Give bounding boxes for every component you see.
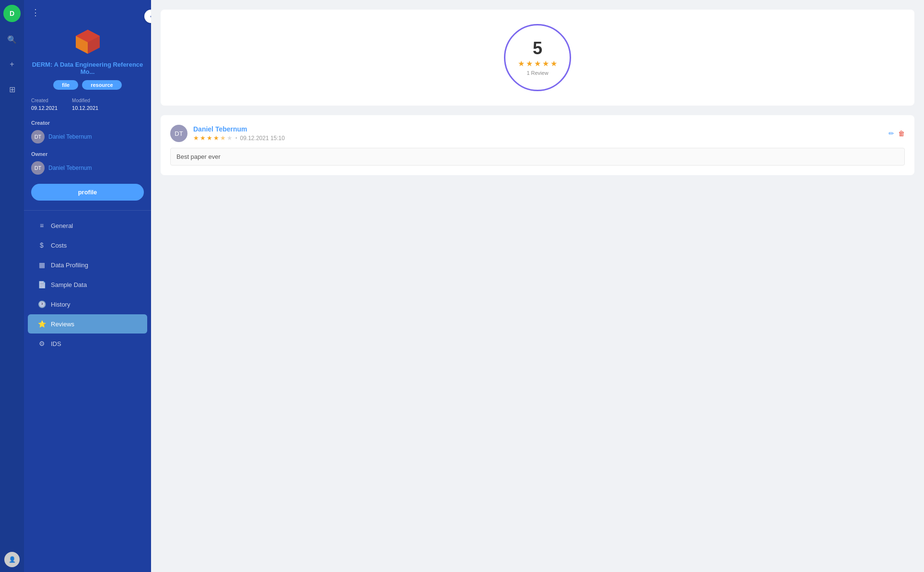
resource-title[interactable]: DERM: A Data Engineering Reference Mo... (24, 59, 151, 80)
rating-circle: 5 ★ ★ ★ ★ ★ 1 Review (504, 24, 571, 91)
sidebar-item-data-profiling[interactable]: ▦ Data Profiling (28, 255, 147, 274)
review-header: DT Daniel Tebernum ★★★★★★ • 09.12.2021 1… (170, 125, 905, 142)
reviewer-name-link[interactable]: Daniel Tebernum (193, 125, 285, 133)
resource-cube-icon (73, 27, 102, 56)
review-dot-separator: • (235, 135, 237, 141)
meta-dates-row: Created 09.12.2021 Modified 10.12.2021 (24, 95, 151, 114)
star-5: ★ (550, 59, 557, 68)
sidebar-item-sample-data[interactable]: 📄 Sample Data (28, 275, 147, 294)
reviewer-meta: ★★★★★★ • 09.12.2021 15:10 (193, 134, 285, 142)
reviewer-avatar: DT (170, 125, 187, 142)
review-left: DT Daniel Tebernum ★★★★★★ • 09.12.2021 1… (170, 125, 285, 142)
star-2: ★ (526, 59, 533, 68)
data-profiling-nav-icon: ▦ (37, 261, 46, 269)
sample-data-nav-label: Sample Data (51, 281, 87, 288)
app-logo: D (3, 5, 21, 22)
reviews-list: DT Daniel Tebernum ★★★★★★ • 09.12.2021 1… (161, 115, 914, 175)
cube-svg (73, 27, 102, 56)
creator-section-label: Creator (24, 114, 151, 128)
review-date: 09.12.2021 15:10 (240, 135, 285, 142)
grid-icon[interactable]: ⊞ (4, 82, 20, 97)
modified-label: Modified (72, 98, 98, 103)
rating-stars-row: ★ ★ ★ ★ ★ (518, 59, 557, 68)
profile-button[interactable]: profile (31, 184, 144, 201)
sidebar-divider (24, 210, 151, 211)
sidebar-item-history[interactable]: 🕐 History (28, 295, 147, 314)
collapse-sidebar-button[interactable]: ‹ (144, 10, 151, 23)
empty-star: ★ (227, 134, 233, 142)
review-stars: ★★★★★★ (193, 134, 233, 142)
costs-nav-label: Costs (51, 242, 67, 249)
filled-star: ★ (207, 134, 212, 142)
sidebar: ⋮ ‹ DERM: A Data Engineering Reference M… (24, 0, 151, 572)
owner-row: DT Daniel Tebernum (24, 159, 151, 177)
star-1: ★ (518, 59, 525, 68)
sidebar-nav: ≡ General $ Costs ▦ Data Profiling 📄 Sam… (24, 213, 151, 356)
review-card: DT Daniel Tebernum ★★★★★★ • 09.12.2021 1… (161, 115, 914, 175)
resource-tag-button[interactable]: resource (82, 80, 121, 90)
search-icon[interactable]: 🔍 (4, 32, 20, 47)
profile-button-wrap: profile (24, 177, 151, 208)
review-count-label: 1 Review (526, 70, 548, 76)
ids-nav-icon: ⚙ (37, 340, 46, 347)
sidebar-item-general[interactable]: ≡ General (28, 216, 147, 235)
owner-avatar: DT (31, 161, 45, 175)
star-4: ★ (542, 59, 549, 68)
reviewer-info: Daniel Tebernum ★★★★★★ • 09.12.2021 15:1… (193, 125, 285, 142)
filled-star: ★ (200, 134, 206, 142)
icon-bar: D 🔍 + ⊞ 👤 (0, 0, 24, 572)
sidebar-header: ⋮ ‹ (24, 0, 151, 23)
creator-avatar: DT (31, 130, 45, 143)
half-star: ★ (220, 134, 226, 142)
sidebar-item-reviews[interactable]: ⭐ Reviews (28, 314, 147, 334)
owner-name-link[interactable]: Daniel Tebernum (48, 165, 92, 171)
modified-value: 10.12.2021 (72, 105, 98, 111)
created-label: Created (31, 98, 58, 103)
resource-icon-container (24, 23, 151, 59)
created-meta: Created 09.12.2021 (31, 98, 58, 112)
owner-section-label: Owner (24, 145, 151, 159)
history-nav-icon: 🕐 (37, 300, 46, 308)
creator-name-link[interactable]: Daniel Tebernum (48, 133, 92, 140)
filled-star: ★ (193, 134, 199, 142)
reviews-nav-label: Reviews (51, 321, 74, 328)
delete-review-icon[interactable]: 🗑 (898, 130, 905, 137)
star-3: ★ (534, 59, 541, 68)
history-nav-label: History (51, 301, 70, 308)
filled-star: ★ (213, 134, 219, 142)
created-value: 09.12.2021 (31, 105, 58, 111)
more-options-icon[interactable]: ⋮ (31, 7, 40, 18)
modified-meta: Modified 10.12.2021 (72, 98, 98, 112)
general-nav-label: General (51, 222, 73, 229)
rating-score: 5 (533, 40, 542, 57)
review-text: Best paper ever (170, 148, 905, 166)
data-profiling-nav-label: Data Profiling (51, 262, 88, 269)
edit-review-icon[interactable]: ✏ (889, 130, 894, 137)
review-actions: ✏ 🗑 (889, 130, 905, 137)
tag-container: file resource (24, 80, 151, 95)
ids-nav-label: IDS (51, 340, 61, 347)
sidebar-item-ids[interactable]: ⚙ IDS (28, 334, 147, 353)
general-nav-icon: ≡ (37, 222, 46, 229)
user-avatar[interactable]: 👤 (4, 552, 20, 567)
add-icon[interactable]: + (4, 57, 20, 72)
reviews-nav-icon: ⭐ (37, 320, 46, 328)
rating-summary-section: 5 ★ ★ ★ ★ ★ 1 Review (161, 10, 914, 106)
sample-data-nav-icon: 📄 (37, 281, 46, 288)
creator-row: DT Daniel Tebernum (24, 128, 151, 145)
sidebar-item-costs[interactable]: $ Costs (28, 236, 147, 255)
file-tag-button[interactable]: file (53, 80, 78, 90)
main-content: 5 ★ ★ ★ ★ ★ 1 Review DT Daniel Tebernum … (151, 0, 924, 572)
costs-nav-icon: $ (37, 241, 46, 249)
